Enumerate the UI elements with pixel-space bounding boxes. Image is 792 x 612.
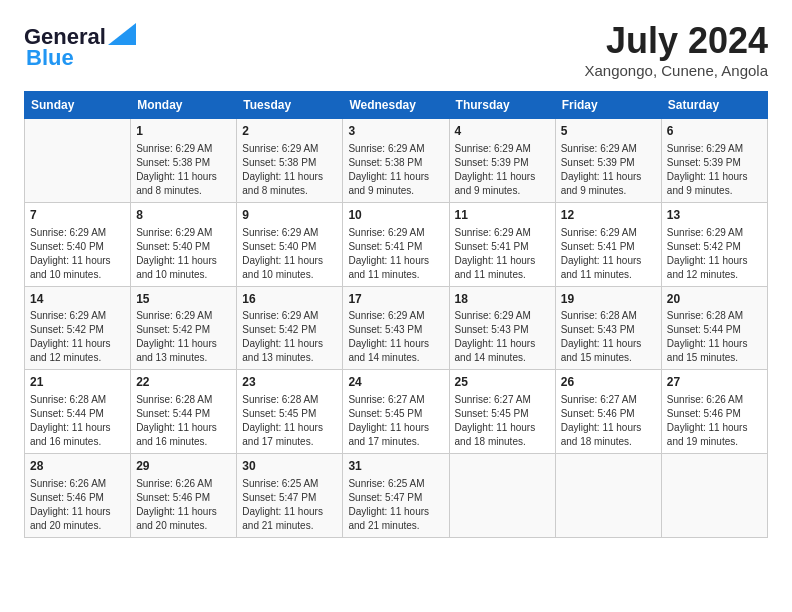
day-number: 28 — [30, 458, 125, 475]
day-number: 26 — [561, 374, 656, 391]
day-info: Sunrise: 6:29 AM Sunset: 5:39 PM Dayligh… — [455, 142, 550, 198]
day-info: Sunrise: 6:29 AM Sunset: 5:38 PM Dayligh… — [242, 142, 337, 198]
week-row-1: 1Sunrise: 6:29 AM Sunset: 5:38 PM Daylig… — [25, 119, 768, 203]
day-number: 12 — [561, 207, 656, 224]
day-cell: 30Sunrise: 6:25 AM Sunset: 5:47 PM Dayli… — [237, 454, 343, 538]
day-info: Sunrise: 6:29 AM Sunset: 5:40 PM Dayligh… — [30, 226, 125, 282]
day-cell: 20Sunrise: 6:28 AM Sunset: 5:44 PM Dayli… — [661, 286, 767, 370]
day-number: 25 — [455, 374, 550, 391]
day-number: 17 — [348, 291, 443, 308]
day-cell — [449, 454, 555, 538]
day-info: Sunrise: 6:27 AM Sunset: 5:46 PM Dayligh… — [561, 393, 656, 449]
day-cell: 9Sunrise: 6:29 AM Sunset: 5:40 PM Daylig… — [237, 202, 343, 286]
svg-marker-0 — [108, 23, 136, 45]
day-info: Sunrise: 6:29 AM Sunset: 5:42 PM Dayligh… — [136, 309, 231, 365]
day-info: Sunrise: 6:29 AM Sunset: 5:39 PM Dayligh… — [667, 142, 762, 198]
day-info: Sunrise: 6:29 AM Sunset: 5:39 PM Dayligh… — [561, 142, 656, 198]
day-cell: 10Sunrise: 6:29 AM Sunset: 5:41 PM Dayli… — [343, 202, 449, 286]
day-number: 15 — [136, 291, 231, 308]
day-cell: 5Sunrise: 6:29 AM Sunset: 5:39 PM Daylig… — [555, 119, 661, 203]
day-cell: 6Sunrise: 6:29 AM Sunset: 5:39 PM Daylig… — [661, 119, 767, 203]
day-number: 4 — [455, 123, 550, 140]
day-info: Sunrise: 6:25 AM Sunset: 5:47 PM Dayligh… — [348, 477, 443, 533]
day-info: Sunrise: 6:29 AM Sunset: 5:38 PM Dayligh… — [348, 142, 443, 198]
week-row-5: 28Sunrise: 6:26 AM Sunset: 5:46 PM Dayli… — [25, 454, 768, 538]
header-cell-saturday: Saturday — [661, 92, 767, 119]
title-block: July 2024 Xangongo, Cunene, Angola — [585, 20, 769, 79]
day-number: 31 — [348, 458, 443, 475]
day-info: Sunrise: 6:28 AM Sunset: 5:44 PM Dayligh… — [667, 309, 762, 365]
day-number: 30 — [242, 458, 337, 475]
day-number: 3 — [348, 123, 443, 140]
day-cell: 23Sunrise: 6:28 AM Sunset: 5:45 PM Dayli… — [237, 370, 343, 454]
location-title: Xangongo, Cunene, Angola — [585, 62, 769, 79]
day-cell: 12Sunrise: 6:29 AM Sunset: 5:41 PM Dayli… — [555, 202, 661, 286]
logo-icon — [108, 23, 136, 45]
logo-blue-text: Blue — [26, 45, 74, 71]
day-number: 5 — [561, 123, 656, 140]
day-cell: 1Sunrise: 6:29 AM Sunset: 5:38 PM Daylig… — [131, 119, 237, 203]
day-number: 13 — [667, 207, 762, 224]
day-number: 10 — [348, 207, 443, 224]
logo: General Blue — [24, 24, 136, 71]
day-cell — [661, 454, 767, 538]
day-info: Sunrise: 6:25 AM Sunset: 5:47 PM Dayligh… — [242, 477, 337, 533]
day-number: 23 — [242, 374, 337, 391]
day-info: Sunrise: 6:27 AM Sunset: 5:45 PM Dayligh… — [455, 393, 550, 449]
header-cell-sunday: Sunday — [25, 92, 131, 119]
day-cell: 27Sunrise: 6:26 AM Sunset: 5:46 PM Dayli… — [661, 370, 767, 454]
calendar-header: SundayMondayTuesdayWednesdayThursdayFrid… — [25, 92, 768, 119]
day-cell: 22Sunrise: 6:28 AM Sunset: 5:44 PM Dayli… — [131, 370, 237, 454]
day-cell: 28Sunrise: 6:26 AM Sunset: 5:46 PM Dayli… — [25, 454, 131, 538]
day-cell: 16Sunrise: 6:29 AM Sunset: 5:42 PM Dayli… — [237, 286, 343, 370]
header-cell-tuesday: Tuesday — [237, 92, 343, 119]
day-info: Sunrise: 6:26 AM Sunset: 5:46 PM Dayligh… — [667, 393, 762, 449]
day-info: Sunrise: 6:29 AM Sunset: 5:42 PM Dayligh… — [667, 226, 762, 282]
day-info: Sunrise: 6:29 AM Sunset: 5:40 PM Dayligh… — [242, 226, 337, 282]
week-row-3: 14Sunrise: 6:29 AM Sunset: 5:42 PM Dayli… — [25, 286, 768, 370]
day-info: Sunrise: 6:28 AM Sunset: 5:44 PM Dayligh… — [136, 393, 231, 449]
header-cell-friday: Friday — [555, 92, 661, 119]
week-row-4: 21Sunrise: 6:28 AM Sunset: 5:44 PM Dayli… — [25, 370, 768, 454]
header-cell-monday: Monday — [131, 92, 237, 119]
day-info: Sunrise: 6:28 AM Sunset: 5:43 PM Dayligh… — [561, 309, 656, 365]
day-info: Sunrise: 6:29 AM Sunset: 5:40 PM Dayligh… — [136, 226, 231, 282]
day-cell: 7Sunrise: 6:29 AM Sunset: 5:40 PM Daylig… — [25, 202, 131, 286]
day-cell: 15Sunrise: 6:29 AM Sunset: 5:42 PM Dayli… — [131, 286, 237, 370]
day-info: Sunrise: 6:29 AM Sunset: 5:43 PM Dayligh… — [348, 309, 443, 365]
day-cell: 13Sunrise: 6:29 AM Sunset: 5:42 PM Dayli… — [661, 202, 767, 286]
day-number: 1 — [136, 123, 231, 140]
day-number: 14 — [30, 291, 125, 308]
day-info: Sunrise: 6:27 AM Sunset: 5:45 PM Dayligh… — [348, 393, 443, 449]
day-info: Sunrise: 6:26 AM Sunset: 5:46 PM Dayligh… — [136, 477, 231, 533]
day-info: Sunrise: 6:29 AM Sunset: 5:41 PM Dayligh… — [348, 226, 443, 282]
day-number: 19 — [561, 291, 656, 308]
day-info: Sunrise: 6:29 AM Sunset: 5:41 PM Dayligh… — [561, 226, 656, 282]
day-cell: 24Sunrise: 6:27 AM Sunset: 5:45 PM Dayli… — [343, 370, 449, 454]
header-row: SundayMondayTuesdayWednesdayThursdayFrid… — [25, 92, 768, 119]
day-number: 18 — [455, 291, 550, 308]
day-cell: 2Sunrise: 6:29 AM Sunset: 5:38 PM Daylig… — [237, 119, 343, 203]
day-cell: 4Sunrise: 6:29 AM Sunset: 5:39 PM Daylig… — [449, 119, 555, 203]
day-number: 16 — [242, 291, 337, 308]
day-cell: 8Sunrise: 6:29 AM Sunset: 5:40 PM Daylig… — [131, 202, 237, 286]
header-cell-wednesday: Wednesday — [343, 92, 449, 119]
day-cell: 3Sunrise: 6:29 AM Sunset: 5:38 PM Daylig… — [343, 119, 449, 203]
day-number: 27 — [667, 374, 762, 391]
day-info: Sunrise: 6:29 AM Sunset: 5:41 PM Dayligh… — [455, 226, 550, 282]
day-number: 2 — [242, 123, 337, 140]
day-cell: 18Sunrise: 6:29 AM Sunset: 5:43 PM Dayli… — [449, 286, 555, 370]
day-info: Sunrise: 6:28 AM Sunset: 5:44 PM Dayligh… — [30, 393, 125, 449]
day-number: 8 — [136, 207, 231, 224]
day-info: Sunrise: 6:26 AM Sunset: 5:46 PM Dayligh… — [30, 477, 125, 533]
day-info: Sunrise: 6:29 AM Sunset: 5:38 PM Dayligh… — [136, 142, 231, 198]
day-cell: 29Sunrise: 6:26 AM Sunset: 5:46 PM Dayli… — [131, 454, 237, 538]
day-cell: 19Sunrise: 6:28 AM Sunset: 5:43 PM Dayli… — [555, 286, 661, 370]
day-number: 29 — [136, 458, 231, 475]
day-cell: 14Sunrise: 6:29 AM Sunset: 5:42 PM Dayli… — [25, 286, 131, 370]
day-info: Sunrise: 6:29 AM Sunset: 5:42 PM Dayligh… — [30, 309, 125, 365]
day-number: 9 — [242, 207, 337, 224]
day-cell: 21Sunrise: 6:28 AM Sunset: 5:44 PM Dayli… — [25, 370, 131, 454]
day-number: 7 — [30, 207, 125, 224]
day-info: Sunrise: 6:29 AM Sunset: 5:42 PM Dayligh… — [242, 309, 337, 365]
